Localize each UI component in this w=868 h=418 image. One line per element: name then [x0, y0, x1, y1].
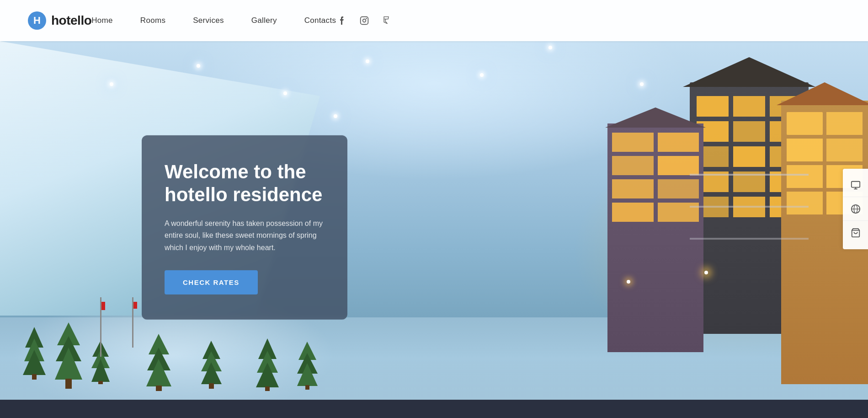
window — [787, 165, 823, 188]
svg-rect-31 — [133, 302, 137, 309]
monitor-icon — [851, 180, 861, 190]
svg-marker-10 — [91, 359, 110, 382]
hero-subtitle: A wonderful serenity has taken possessio… — [165, 218, 325, 254]
flag-pole-1 — [96, 297, 105, 359]
tree-6 — [256, 336, 279, 393]
balcony-rail-3 — [690, 238, 809, 240]
sidebar-right — [843, 169, 868, 249]
window — [612, 156, 654, 175]
sparkle-5 — [480, 73, 484, 77]
window — [826, 139, 863, 161]
balcony-rail-2 — [690, 206, 809, 208]
window — [612, 179, 654, 198]
side-roof — [777, 82, 868, 105]
svg-marker-14 — [146, 359, 171, 386]
street-light-glow — [704, 271, 708, 274]
svg-rect-29 — [101, 302, 105, 310]
logo-link[interactable]: H hotello — [27, 11, 91, 30]
hero-title: Welcome to the hotello residence — [165, 161, 325, 207]
svg-marker-22 — [256, 363, 279, 387]
sparkle-1 — [110, 82, 113, 86]
main-nav: Home Rooms Services Gallery Contacts — [91, 16, 336, 25]
svg-point-36 — [366, 18, 367, 19]
window — [658, 179, 699, 198]
window — [787, 112, 823, 135]
sidebar-cart-item[interactable] — [843, 221, 868, 245]
tree-4 — [146, 332, 171, 393]
svg-rect-27 — [305, 385, 309, 390]
sidebar-globe-item[interactable] — [843, 197, 868, 221]
svg-rect-19 — [209, 383, 214, 389]
left-building — [607, 123, 703, 352]
svg-rect-15 — [156, 386, 162, 391]
svg-marker-26 — [297, 363, 318, 386]
sparkle-2 — [197, 64, 200, 68]
instagram-icon — [360, 16, 369, 25]
tree-5 — [201, 338, 222, 391]
tree-1 — [23, 325, 46, 381]
tree-2 — [55, 320, 82, 391]
window — [733, 146, 765, 167]
svg-marker-2 — [23, 350, 46, 375]
svg-marker-6 — [55, 348, 82, 380]
check-rates-button[interactable]: CHECK RATES — [165, 270, 258, 295]
window — [612, 133, 654, 152]
cart-icon — [851, 228, 861, 238]
svg-rect-37 — [851, 181, 859, 187]
window — [733, 96, 765, 117]
site-header: H hotello Home Rooms Services Gallery Co… — [0, 0, 868, 41]
svg-rect-34 — [361, 17, 368, 25]
sidebar-monitor-item[interactable] — [843, 173, 868, 197]
window — [612, 203, 654, 222]
social-icons — [336, 14, 393, 27]
svg-rect-23 — [265, 386, 270, 391]
sparkle-3 — [283, 91, 287, 95]
instagram-link[interactable] — [358, 14, 371, 27]
street-light-glow-2 — [627, 280, 630, 284]
nav-rooms[interactable]: Rooms — [140, 16, 165, 25]
svg-rect-7 — [65, 379, 72, 389]
svg-rect-28 — [100, 297, 101, 357]
nav-contacts[interactable]: Contacts — [304, 16, 336, 25]
left-windows — [607, 123, 703, 231]
hero-card: Welcome to the hotello residence A wonde… — [142, 135, 347, 320]
facebook-link[interactable] — [336, 14, 349, 27]
globe-icon — [851, 204, 861, 214]
svg-rect-11 — [98, 381, 103, 384]
logo-icon: H — [27, 11, 47, 30]
window — [787, 192, 823, 214]
tree-7 — [297, 339, 318, 391]
svg-point-35 — [363, 19, 366, 22]
svg-text:H: H — [33, 15, 41, 26]
window — [733, 121, 765, 142]
nav-home[interactable]: Home — [91, 16, 113, 25]
left-roof — [605, 107, 706, 128]
flag-pole-2 — [128, 297, 137, 359]
sparkle-8 — [334, 114, 337, 118]
flags-area — [96, 297, 137, 359]
buildings-area — [502, 46, 868, 366]
facebook-icon — [340, 16, 345, 25]
logo-text: hotello — [51, 13, 91, 28]
nav-gallery[interactable]: Gallery — [251, 16, 277, 25]
foursquare-icon — [382, 16, 390, 25]
window — [658, 133, 699, 152]
svg-rect-30 — [132, 297, 133, 348]
svg-rect-3 — [32, 374, 37, 380]
window — [787, 139, 823, 161]
balcony-rail — [690, 174, 809, 176]
hero-background — [0, 0, 868, 418]
foursquare-link[interactable] — [380, 14, 393, 27]
nav-services[interactable]: Services — [193, 16, 224, 25]
window — [826, 112, 863, 135]
footer-bar — [0, 400, 868, 418]
hero-section: H hotello Home Rooms Services Gallery Co… — [0, 0, 868, 418]
sparkle-4 — [366, 59, 369, 63]
window — [658, 156, 699, 175]
